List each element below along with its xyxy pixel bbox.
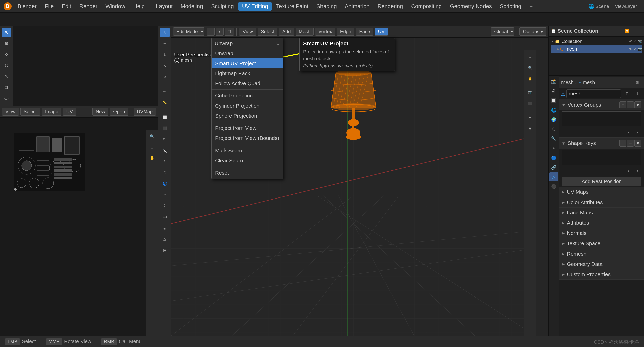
orbit-btn[interactable]: ⊕ xyxy=(525,52,535,61)
3d-loop-cut[interactable]: ⬛ xyxy=(160,124,170,133)
props-modifier-icon[interactable]: 🔧 xyxy=(549,134,558,143)
outliner-filter-btn[interactable]: 🔽 xyxy=(622,27,631,36)
workspace-layout[interactable]: Layout xyxy=(152,2,176,11)
uv-select-tool[interactable]: ↖ xyxy=(2,28,11,37)
edit-mode-selector[interactable]: Edit Mode xyxy=(173,27,204,36)
edge-select-mode[interactable]: / xyxy=(216,28,223,36)
uv-image-menu[interactable]: Image xyxy=(42,108,62,116)
menu-item-project-bounds[interactable]: Project from View (Bounds) xyxy=(212,133,283,143)
workspace-add[interactable]: + xyxy=(526,2,536,11)
3d-uv-menu[interactable]: UV xyxy=(375,28,388,36)
remesh-header[interactable]: ▶ Remesh xyxy=(559,249,644,259)
vertex-select-mode[interactable]: · xyxy=(207,28,215,36)
3d-annotate-tool[interactable]: ✏ xyxy=(160,87,170,96)
3d-scale-tool[interactable]: ⤡ xyxy=(160,61,170,70)
menu-item-cube-projection[interactable]: Cube Projection xyxy=(212,91,283,101)
props-mesh-data-icon[interactable]: △ xyxy=(549,172,558,181)
mesh-fake-user-btn[interactable]: F xyxy=(622,89,631,98)
props-constraints-icon[interactable]: 🔗 xyxy=(549,163,558,172)
3d-bisect[interactable]: ⌇ xyxy=(160,157,170,166)
3d-move-tool[interactable]: ✛ xyxy=(160,39,170,48)
props-material-icon[interactable]: ⚫ xyxy=(549,182,558,191)
face-maps-header[interactable]: ▶ Face Maps xyxy=(559,208,644,218)
sk-scroll-down[interactable]: ▼ xyxy=(633,166,642,175)
normals-header[interactable]: ▶ Normals xyxy=(559,228,644,238)
uv-maps-header[interactable]: ▶ UV Maps xyxy=(559,187,644,197)
uv-rotate-tool[interactable]: ↻ xyxy=(2,61,11,70)
menu-item-reset[interactable]: Reset xyxy=(212,168,283,178)
sk-scroll-up[interactable]: ▲ xyxy=(624,166,633,175)
workspace-shading[interactable]: Shading xyxy=(313,2,340,11)
uv-move-tool[interactable]: ✛ xyxy=(2,50,11,59)
uv-annotate-tool[interactable]: ✏ xyxy=(2,94,11,104)
3d-extrude[interactable]: △ xyxy=(160,234,170,244)
viewport-shading-solid[interactable]: ● xyxy=(525,112,535,122)
props-particles-icon[interactable]: ✦ xyxy=(549,144,558,153)
viewport-shading-material[interactable]: ◉ xyxy=(525,123,535,133)
shape-keys-options-btn[interactable]: ▾ xyxy=(634,140,641,147)
workspace-animation[interactable]: Animation xyxy=(341,2,373,11)
shape-keys-remove-btn[interactable]: − xyxy=(627,140,634,147)
3d-vertex-menu[interactable]: Vertex xyxy=(315,28,335,36)
uv-view-menu[interactable]: View xyxy=(2,108,19,116)
workspace-scripting[interactable]: Scripting xyxy=(496,2,525,11)
vertex-groups-add-btn[interactable]: + xyxy=(619,101,626,108)
3d-smooth[interactable]: ≈ xyxy=(160,190,170,200)
mesh-name-input[interactable] xyxy=(566,89,621,98)
uv-uv-menu[interactable]: UV xyxy=(63,108,76,116)
workspace-texture-paint[interactable]: Texture Paint xyxy=(273,2,312,11)
workspace-sculpting[interactable]: Sculpting xyxy=(208,2,237,11)
menu-edit[interactable]: Edit xyxy=(58,2,75,11)
props-display-filter[interactable]: ⊞ xyxy=(633,78,642,87)
camera-view-btn[interactable]: 📷 xyxy=(525,87,535,97)
custom-properties-header[interactable]: ▶ Custom Properties xyxy=(559,269,644,279)
3d-shrink[interactable]: ◎ xyxy=(160,223,170,233)
3d-add-menu[interactable]: Add xyxy=(279,28,294,36)
transform-space-selector[interactable]: Global xyxy=(491,27,514,36)
menu-item-project-from-view[interactable]: Project from View xyxy=(212,123,283,133)
uv-open-btn[interactable]: Open xyxy=(110,108,128,116)
workspace-uv-editing[interactable]: UV Editing xyxy=(238,2,272,11)
vertex-groups-header[interactable]: ▼ Vertex Groups + − ▾ xyxy=(559,99,644,110)
mesh-collection-item[interactable]: ▶ ⬡ mesh 👁 ✓ 📷 xyxy=(551,45,642,53)
menu-item-lightmap-pack[interactable]: Lightmap Pack xyxy=(212,68,283,78)
menu-window[interactable]: Window xyxy=(102,2,129,11)
face-select-mode[interactable]: □ xyxy=(225,28,234,36)
workspace-modeling[interactable]: Modeling xyxy=(177,2,207,11)
3d-add-cube[interactable]: ⬜ xyxy=(160,113,170,122)
props-output-icon[interactable]: 🖨 xyxy=(549,86,558,95)
vg-scroll-down[interactable]: ▼ xyxy=(633,128,642,137)
uv-zoom-extent-btn[interactable]: ⊡ xyxy=(147,142,157,152)
geometry-data-header[interactable]: ▶ Geometry Data xyxy=(559,259,644,269)
shape-keys-add-btn[interactable]: + xyxy=(619,140,626,147)
menu-render[interactable]: Render xyxy=(76,2,101,11)
menu-item-unwrap[interactable]: Unwrap xyxy=(212,48,283,58)
uv-transform-tool[interactable]: ⧉ xyxy=(2,83,11,92)
uv-cursor-tool[interactable]: ⊕ xyxy=(2,39,11,48)
texture-space-header[interactable]: ▶ Texture Space xyxy=(559,238,644,249)
workspace-compositing[interactable]: Compositing xyxy=(408,2,445,11)
menu-blender[interactable]: Blender xyxy=(14,2,40,11)
menu-item-mark-seam[interactable]: Mark Seam xyxy=(212,145,283,156)
uv-pan-btn[interactable]: ✋ xyxy=(147,153,157,162)
pan-btn[interactable]: ✋ xyxy=(525,74,535,83)
vertex-groups-options-btn[interactable]: ▾ xyxy=(634,101,641,108)
workspace-geometry-nodes[interactable]: Geometry Nodes xyxy=(446,2,495,11)
props-render-icon[interactable]: 📸 xyxy=(549,77,558,86)
uv-new-btn[interactable]: New xyxy=(92,108,108,116)
menu-item-sphere-projection[interactable]: Sphere Projection xyxy=(212,111,283,121)
uv-scale-tool[interactable]: ⤡ xyxy=(2,72,11,81)
menu-item-clear-seam[interactable]: Clear Seam xyxy=(212,156,283,166)
shape-keys-header[interactable]: ▼ Shape Keys + − ▾ xyxy=(559,138,644,149)
3d-rotate-tool[interactable]: ↻ xyxy=(160,50,170,59)
viewlayer-selector[interactable]: ViewLayer xyxy=(611,2,641,11)
3d-offset-loop[interactable]: ⬚ xyxy=(160,135,170,144)
props-view-layer-icon[interactable]: 🔲 xyxy=(549,96,558,105)
workspace-rendering[interactable]: Rendering xyxy=(374,2,407,11)
outliner-add-btn[interactable]: + xyxy=(632,27,641,36)
3d-randomize[interactable]: ⁑ xyxy=(160,201,170,211)
zoom-btn[interactable]: 🔍 xyxy=(525,63,535,72)
props-object-icon[interactable]: ⬡ xyxy=(549,125,558,134)
toggle-ortho-btn[interactable]: ⬛ xyxy=(525,98,535,108)
3d-inset-faces[interactable]: ▣ xyxy=(160,245,170,255)
